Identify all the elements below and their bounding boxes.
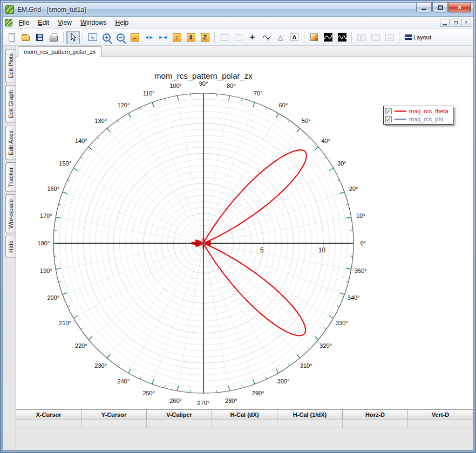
autoscale-button[interactable]: Z [198, 31, 212, 44]
marker-tool-button[interactable]: △ [274, 31, 287, 44]
legend-checkbox-mag-rcs-phi[interactable]: ✓ [385, 116, 392, 122]
sidebar-tab-edit-axes[interactable]: Edit Axes [5, 126, 16, 160]
angle-label-280: 280° [225, 397, 237, 404]
angle-label-170: 170° [40, 212, 52, 219]
zoom-region-button[interactable]: ∿ [86, 31, 99, 44]
child-minimize-icon [443, 24, 447, 25]
menu-view[interactable]: View [53, 17, 76, 28]
child-minimize-button[interactable] [440, 19, 450, 27]
waveform-1-icon [324, 33, 332, 42]
crosshair-tool-button[interactable]: + [246, 31, 259, 44]
fit-horizontal-icon: ↔ [385, 34, 394, 41]
zoom-in-button[interactable]: + [100, 31, 113, 44]
angle-tick [67, 305, 70, 306]
angle-tick [276, 113, 279, 118]
angle-tick [242, 98, 242, 101]
title-bar[interactable]: EM.Grid - [smom_tut1a] × [3, 3, 473, 17]
crosshair-tool-icon: + [250, 33, 255, 41]
sidebar-tab-edit-plots[interactable]: Edit Plots [5, 49, 16, 83]
save-button[interactable] [33, 31, 46, 44]
child-restore-button[interactable] [451, 19, 460, 27]
tracker-tool-button[interactable] [260, 31, 273, 44]
angle-tick [324, 328, 327, 330]
angle-label-220: 220° [75, 342, 87, 349]
angle-tick [324, 157, 327, 159]
pan-horizontal-button[interactable]: ◄► [142, 31, 155, 44]
menu-help[interactable]: Help [111, 17, 133, 28]
angle-label-320: 320° [319, 342, 332, 349]
zoom-out-button[interactable]: − [114, 31, 127, 44]
rect-select-tool-button[interactable] [217, 31, 231, 44]
angle-tick [346, 269, 351, 270]
pan-vertical-button[interactable]: ⇕ [184, 31, 198, 44]
minimize-button[interactable] [416, 3, 432, 12]
fit-box-icon [371, 34, 380, 41]
menu-edit[interactable]: Edit [33, 17, 53, 28]
angle-tick [118, 364, 119, 366]
header-horz-d: Horz-D [342, 409, 408, 420]
angle-label-140: 140° [75, 138, 87, 144]
collapse-horizontal-button[interactable]: ►◄ [156, 31, 169, 44]
angle-tick [140, 107, 141, 110]
region-tool-button[interactable] [232, 31, 245, 44]
angle-label-100: 100° [169, 83, 182, 89]
maximize-icon [438, 5, 443, 10]
expand-horizontal-button[interactable]: ↔ [128, 31, 141, 44]
angle-tick [337, 180, 339, 181]
plot-tab-mom-rcs-pattern-polar-zx[interactable]: mom_rcs_pattern_polar_zx [18, 46, 101, 57]
layout-button[interactable]: Layout [402, 31, 434, 44]
sidebar-tab-workspace[interactable]: Workspace [5, 194, 16, 234]
new-document-button[interactable] [5, 31, 18, 44]
angle-label-130: 130° [94, 118, 107, 124]
value-x-cursor [16, 420, 81, 428]
colormap-button[interactable] [307, 31, 321, 44]
print-button[interactable] [47, 31, 60, 44]
angle-tick [165, 98, 165, 101]
angle-tick [315, 147, 318, 150]
sidebar-tab-edit-graph[interactable]: Edit Graph [5, 85, 16, 123]
cursor-header-row: X-CursorY-CursorV-CaliperH-Cal (dX)H-Cal… [16, 409, 473, 420]
new-document-icon [9, 33, 15, 42]
menu-file[interactable]: File [15, 17, 33, 28]
layout-icon [405, 35, 412, 40]
sidebar-tab-hide[interactable]: Hide [5, 236, 16, 258]
print-icon [50, 36, 58, 42]
select-tool-icon [69, 33, 78, 42]
angle-tick [56, 217, 60, 218]
waveform-2-button[interactable] [335, 31, 349, 44]
angle-tick [140, 376, 141, 379]
angle-tick [340, 293, 344, 294]
close-button[interactable]: × [448, 3, 471, 12]
angle-label-60: 60° [279, 102, 288, 108]
angle-tick [73, 316, 78, 319]
tracker-tool-icon [262, 33, 271, 42]
legend-checkbox-mag-rcs-theta[interactable]: ✓ [385, 108, 392, 114]
text-tool-button[interactable]: A [288, 31, 301, 44]
child-close-button[interactable]: × [461, 19, 471, 27]
angle-label-40: 40° [321, 138, 330, 144]
maximize-button[interactable] [432, 3, 448, 12]
zoom-out-icon: − [117, 33, 125, 42]
angle-tick [346, 217, 351, 218]
legend: ✓mag_rcs_theta✓mag_rcs_phi [383, 106, 453, 125]
app-window: EM.Grid - [smom_tut1a] × FileEditViewWin… [2, 2, 474, 451]
angle-tick [308, 137, 310, 139]
sidebar-tab-tracker[interactable]: Tracker [5, 162, 16, 192]
menu-windows[interactable]: Windows [76, 17, 111, 28]
angle-label-330: 330° [336, 320, 348, 326]
radius-label-10: 10 [318, 246, 326, 254]
angle-tick [346, 204, 349, 205]
angle-tick [178, 95, 179, 100]
content-area: mom_rcs_pattern_polar_zx mom_rcs_pattern… [16, 46, 473, 450]
child-window-icon[interactable] [5, 19, 12, 26]
colormap-icon [310, 33, 318, 41]
open-button[interactable] [19, 31, 32, 44]
expand-vertical-button[interactable]: ↕ [170, 31, 183, 44]
legend-label: mag_rcs_theta [409, 108, 448, 114]
text-tool-icon: A [290, 33, 299, 41]
select-tool-button[interactable] [66, 31, 80, 44]
angle-tick [253, 380, 255, 384]
angle-tick [346, 282, 349, 282]
waveform-1-button[interactable] [321, 31, 335, 44]
angle-tick [337, 305, 339, 306]
